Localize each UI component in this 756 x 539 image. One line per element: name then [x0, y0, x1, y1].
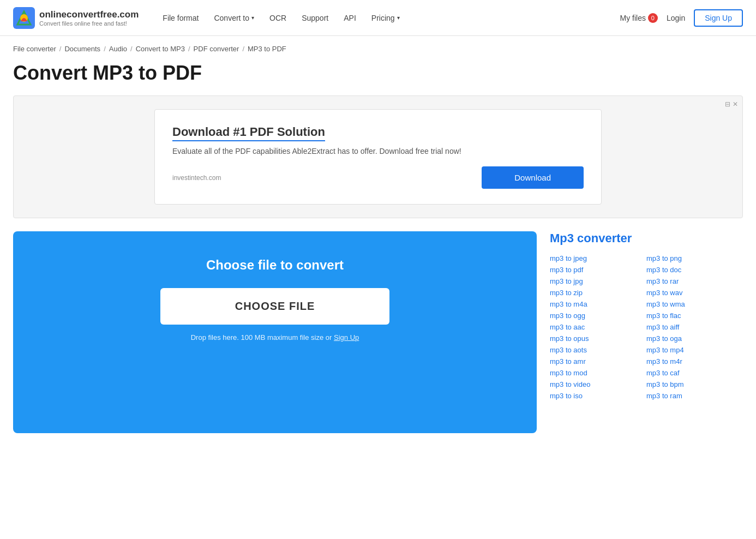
main-nav: File format Convert to ▾ OCR Support API…: [156, 9, 620, 27]
sidebar-link[interactable]: mp3 to pdf: [550, 266, 646, 274]
ad-description: Evaluate all of the PDF capabilities Abl…: [172, 147, 584, 155]
sidebar-col-2: mp3 to pngmp3 to docmp3 to rarmp3 to wav…: [646, 254, 743, 400]
breadcrumb-sep-3: /: [130, 45, 133, 53]
sidebar-link[interactable]: mp3 to rar: [646, 277, 743, 285]
sidebar-link[interactable]: mp3 to m4a: [550, 300, 646, 308]
sidebar-link[interactable]: mp3 to mp4: [646, 346, 743, 354]
breadcrumb-sep-1: /: [59, 45, 62, 53]
ad-title: Download #1 PDF Solution: [172, 125, 325, 141]
logo-subtitle: Convert files online free and fast!: [39, 20, 139, 27]
sidebar-link[interactable]: mp3 to aac: [550, 323, 646, 331]
sidebar-link[interactable]: mp3 to aots: [550, 346, 646, 354]
breadcrumb-pdf-converter[interactable]: PDF converter: [194, 45, 239, 53]
sidebar-link[interactable]: mp3 to video: [550, 380, 646, 388]
sidebar-link[interactable]: mp3 to amr: [550, 357, 646, 366]
ad-minimize-icon[interactable]: ⊟: [725, 100, 730, 108]
signup-button[interactable]: Sign Up: [694, 9, 743, 27]
breadcrumb-sep-5: /: [242, 45, 244, 53]
nav-pricing[interactable]: Pricing ▾: [365, 9, 406, 27]
sidebar-link[interactable]: mp3 to wma: [646, 300, 743, 308]
sidebar-link[interactable]: mp3 to bpm: [646, 380, 743, 388]
page-title: Convert MP3 to PDF: [13, 62, 743, 85]
converter-box: Choose file to convert CHOOSE FILE Drop …: [13, 231, 537, 433]
ad-footer: investintech.com Download: [172, 166, 584, 189]
sidebar-link[interactable]: mp3 to png: [646, 254, 743, 262]
converter-title: Choose file to convert: [206, 257, 344, 273]
sidebar-link[interactable]: mp3 to opus: [550, 334, 646, 343]
breadcrumb-sep-2: /: [104, 45, 106, 53]
nav-support[interactable]: Support: [295, 9, 335, 27]
logo-title: onlineconvertfree.com: [39, 9, 139, 20]
ad-banner: ⊟ ✕ Download #1 PDF Solution Evaluate al…: [13, 95, 743, 218]
breadcrumb-audio[interactable]: Audio: [109, 45, 127, 53]
sidebar-col-1: mp3 to jpegmp3 to pdfmp3 to jpgmp3 to zi…: [550, 254, 646, 400]
sidebar-link[interactable]: mp3 to aiff: [646, 323, 743, 331]
main-content: File converter / Documents / Audio / Con…: [0, 36, 756, 442]
nav-convert-to[interactable]: Convert to ▾: [207, 9, 261, 27]
logo[interactable]: onlineconvertfree.com Convert files onli…: [13, 7, 139, 29]
sidebar-link[interactable]: mp3 to flac: [646, 312, 743, 320]
sidebar-link[interactable]: mp3 to jpeg: [550, 254, 646, 262]
convert-to-chevron-icon: ▾: [251, 15, 254, 21]
breadcrumb-mp3-to-pdf[interactable]: MP3 to PDF: [248, 45, 286, 53]
breadcrumb-sep-4: /: [188, 45, 190, 53]
signup-link[interactable]: Sign Up: [334, 333, 359, 342]
nav-api[interactable]: API: [337, 9, 363, 27]
breadcrumb: File converter / Documents / Audio / Con…: [13, 45, 743, 53]
header: onlineconvertfree.com Convert files onli…: [0, 0, 756, 36]
sidebar-link[interactable]: mp3 to iso: [550, 392, 646, 400]
pricing-chevron-icon: ▾: [397, 15, 400, 21]
choose-file-button[interactable]: CHOOSE FILE: [160, 288, 389, 325]
ad-controls: ⊟ ✕: [725, 100, 738, 108]
ad-inner: Download #1 PDF Solution Evaluate all of…: [154, 109, 602, 205]
nav-file-format[interactable]: File format: [156, 9, 205, 27]
sidebar-links: mp3 to jpegmp3 to pdfmp3 to jpgmp3 to zi…: [550, 254, 743, 400]
sidebar-link[interactable]: mp3 to wav: [646, 289, 743, 297]
my-files-label: My files: [620, 14, 645, 22]
logo-icon: [13, 7, 35, 29]
breadcrumb-documents[interactable]: Documents: [64, 45, 100, 53]
sidebar-link[interactable]: mp3 to zip: [550, 289, 646, 297]
breadcrumb-file-converter[interactable]: File converter: [13, 45, 56, 53]
ad-close-icon[interactable]: ✕: [733, 100, 738, 108]
sidebar-link[interactable]: mp3 to ogg: [550, 312, 646, 320]
sidebar-link[interactable]: mp3 to doc: [646, 266, 743, 274]
nav-ocr[interactable]: OCR: [263, 9, 293, 27]
sidebar-link[interactable]: mp3 to jpg: [550, 277, 646, 285]
my-files-badge: 0: [648, 13, 658, 23]
content-row: Choose file to convert CHOOSE FILE Drop …: [13, 231, 743, 433]
breadcrumb-convert-to-mp3[interactable]: Convert to MP3: [136, 45, 185, 53]
sidebar-link[interactable]: mp3 to caf: [646, 369, 743, 377]
ad-download-button[interactable]: Download: [482, 166, 584, 189]
sidebar: Mp3 converter mp3 to jpegmp3 to pdfmp3 t…: [550, 231, 743, 400]
sidebar-link[interactable]: mp3 to m4r: [646, 357, 743, 366]
drop-text: Drop files here. 100 MB maximum file siz…: [191, 333, 359, 342]
login-link[interactable]: Login: [667, 14, 685, 22]
sidebar-link[interactable]: mp3 to oga: [646, 334, 743, 343]
my-files-link[interactable]: My files 0: [620, 13, 657, 23]
sidebar-title: Mp3 converter: [550, 231, 743, 245]
header-right: My files 0 Login Sign Up: [620, 9, 743, 27]
sidebar-link[interactable]: mp3 to mod: [550, 369, 646, 377]
sidebar-link[interactable]: mp3 to ram: [646, 392, 743, 400]
ad-domain: investintech.com: [172, 174, 221, 182]
